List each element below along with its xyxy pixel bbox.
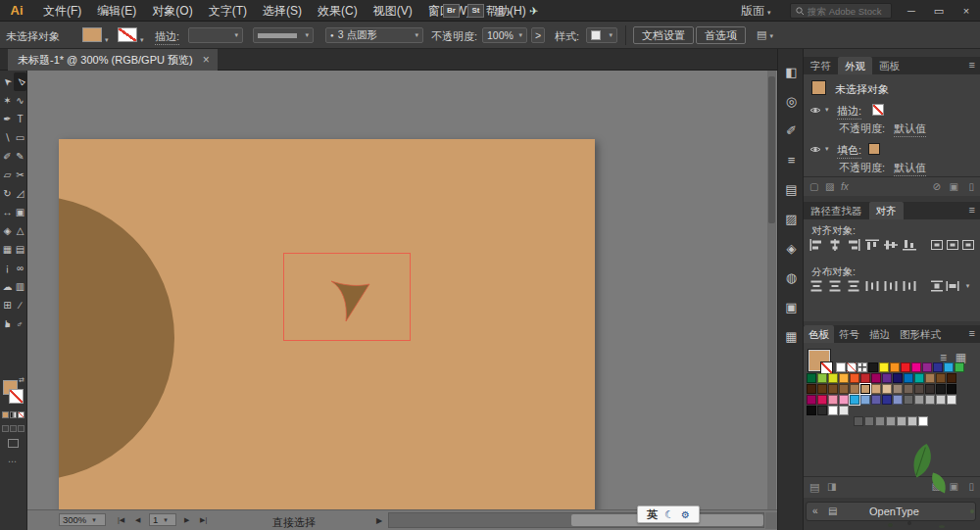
eye-icon[interactable] [809, 145, 821, 154]
swatch[interactable] [860, 395, 870, 405]
swatch[interactable] [839, 406, 849, 415]
swatch[interactable] [914, 395, 924, 405]
type-tool[interactable]: T [14, 110, 26, 128]
mesh-tool[interactable]: ▦ [1, 240, 14, 259]
tab-character[interactable]: 字符 [804, 57, 838, 74]
scale-tool[interactable]: ◿ [14, 184, 26, 203]
delete-swatch-icon[interactable]: ▯ [968, 481, 974, 492]
swatch[interactable] [882, 373, 892, 383]
swatch[interactable] [944, 362, 954, 372]
artboard-number-field[interactable]: 1▾ [149, 513, 176, 526]
align-h-center-icon[interactable] [827, 238, 843, 252]
tab-pathfinder[interactable]: 路径查找器 [804, 202, 869, 219]
menu-edit[interactable]: 编辑(E) [89, 0, 144, 22]
ime-settings-icon[interactable]: ⚙ [681, 509, 690, 520]
swatch[interactable] [914, 373, 924, 383]
eraser-tool[interactable]: ▱ [1, 166, 14, 184]
pencil-tool[interactable]: ✎ [14, 147, 26, 166]
line-segment-tool[interactable]: ∖ [1, 128, 14, 147]
magic-wand-tool[interactable]: ✶ [1, 91, 14, 110]
swatch[interactable] [828, 373, 838, 383]
swatch-none[interactable] [847, 362, 857, 372]
distribute-left-icon[interactable] [864, 279, 880, 293]
swap-fill-stroke-icon[interactable]: ⇄ [19, 376, 24, 384]
document-setup-button[interactable]: 文档设置 [633, 26, 694, 44]
zoom-tool[interactable]: ♁ [14, 314, 26, 333]
opacity-value-link[interactable]: 默认值 [894, 161, 926, 176]
swatch[interactable] [904, 395, 913, 405]
swatch[interactable] [839, 384, 849, 394]
close-tab-icon[interactable]: × [203, 53, 210, 67]
slice-tool[interactable]: ∕ [14, 296, 26, 314]
rotate-tool[interactable]: ↻ [1, 184, 14, 203]
swatch[interactable] [871, 384, 881, 394]
paintbrush-tool[interactable]: ✐ [1, 147, 14, 166]
swatch[interactable] [871, 395, 881, 405]
chevron-down-icon[interactable]: ▾ [825, 106, 829, 114]
perspective-grid-tool[interactable]: △ [14, 221, 26, 240]
style-dropdown[interactable]: ▾ [586, 27, 617, 43]
ellipse-object[interactable] [59, 196, 174, 480]
blend-tool[interactable]: ∞ [14, 259, 26, 277]
distribute-h-center-icon[interactable] [883, 279, 899, 293]
swatch[interactable] [807, 384, 816, 394]
graphic-styles-panel-icon[interactable]: ◈ [778, 233, 805, 263]
first-artboard-button[interactable]: |◀ [118, 516, 124, 524]
share-icon[interactable]: ✈ [529, 0, 538, 22]
align-options-caret[interactable]: ▾ [960, 279, 975, 293]
artboard[interactable] [59, 139, 595, 530]
toolbar-more-icon[interactable]: ⋯ [8, 457, 17, 466]
distribute-v-center-icon[interactable] [827, 279, 843, 293]
zoom-dropdown[interactable]: 300%▾ [59, 513, 106, 526]
align-bottom-icon[interactable] [902, 238, 917, 252]
swatch[interactable] [936, 395, 946, 405]
delete-item-icon[interactable]: ▯ [968, 181, 974, 192]
swatch[interactable] [925, 384, 935, 394]
distribute-bottom-icon[interactable] [846, 279, 861, 293]
none-button[interactable] [18, 411, 24, 418]
swatch[interactable] [911, 362, 921, 372]
brushes-panel-icon[interactable]: ✐ [778, 116, 805, 145]
gradient-tool[interactable]: ▤ [14, 240, 26, 259]
free-transform-tool[interactable]: ▣ [14, 203, 26, 221]
align-to-artboard-icon[interactable] [960, 238, 975, 252]
distribute-spacing-v-icon[interactable] [929, 279, 944, 293]
stock-button[interactable]: St [467, 4, 484, 18]
swatch[interactable] [904, 373, 913, 383]
color-panel-icon[interactable]: ◧ [778, 57, 805, 86]
tab-swatches[interactable]: 色板 [804, 325, 834, 343]
swatch[interactable] [860, 384, 870, 394]
swatch[interactable] [807, 373, 816, 383]
swatch[interactable] [875, 416, 885, 426]
selection-bounding-box[interactable] [283, 253, 411, 341]
fill-color-swatch[interactable] [868, 143, 880, 155]
menu-object[interactable]: 对象(O) [144, 0, 200, 22]
canvas[interactable]: 300%▾ |◀ ◀ 1▾ ▶ ▶| 直接选择 ▶ 英 ☾ ⚙ [27, 71, 777, 530]
swatch[interactable] [914, 384, 924, 394]
swatch[interactable] [868, 362, 878, 372]
swatch[interactable] [828, 384, 838, 394]
menu-file[interactable]: 文件(F) [35, 0, 89, 22]
preferences-button[interactable]: 首选项 [696, 26, 746, 44]
stroke-panel-icon[interactable]: ≡ [778, 145, 805, 174]
swatch[interactable] [890, 362, 900, 372]
document-tab[interactable]: 未标题-1* @ 300% (RGB/GPU 预览) × [8, 49, 218, 71]
swatch[interactable] [817, 373, 827, 383]
swatch-libraries-icon[interactable]: ▤ [809, 481, 819, 494]
scissors-tool[interactable]: ✂ [14, 166, 26, 184]
swatch[interactable] [918, 416, 928, 426]
swatch[interactable] [947, 384, 956, 394]
swatch[interactable] [850, 373, 859, 383]
close-button[interactable]: × [953, 0, 980, 22]
swatch[interactable] [886, 416, 896, 426]
eyedropper-tool[interactable]: ¡ [1, 259, 14, 277]
stroke-weight-dropdown[interactable]: ▾ [188, 27, 243, 43]
clear-appearance-icon[interactable]: ⊘ [933, 181, 941, 192]
tab-appearance[interactable]: 外观 [838, 57, 872, 74]
selection-tool[interactable]: ➤ [1, 72, 14, 91]
swatch[interactable] [871, 373, 881, 383]
hand-tool[interactable]: ☛ [1, 314, 14, 333]
show-swatch-kinds-icon[interactable]: ◨ [827, 481, 836, 492]
collapse-panel-icon[interactable]: « [812, 506, 818, 516]
menu-effect[interactable]: 效果(C) [310, 0, 366, 22]
